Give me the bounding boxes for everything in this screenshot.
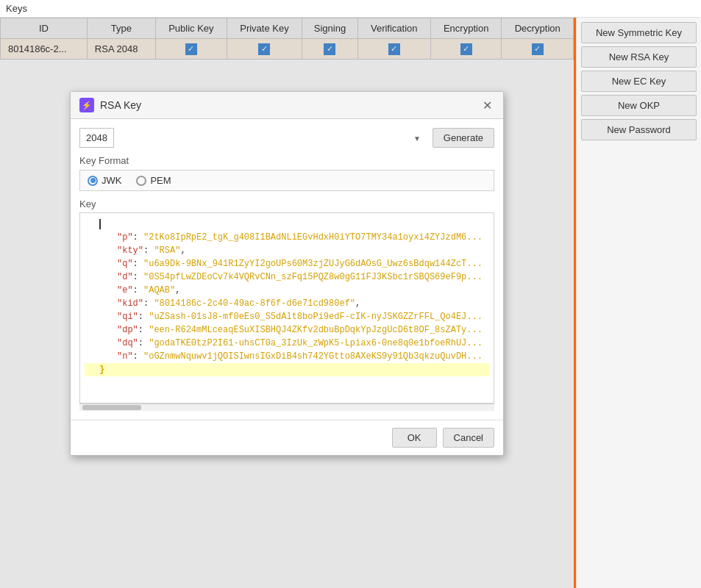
- app-title: Keys: [6, 3, 27, 14]
- new-symmetric-key-button[interactable]: New Symmetric Key: [581, 22, 697, 43]
- key-format-section: Key Format JWK PEM: [79, 155, 494, 191]
- json-line-n: "n": "oGZnmwNquwv1jQOISIwnsIGxDiB4sh742Y…: [85, 350, 489, 363]
- dropdown-row: 2048 3072 4096 ▼ Generate: [79, 128, 494, 148]
- horizontal-scrollbar[interactable]: [79, 404, 494, 411]
- radio-pem-circle: [136, 176, 146, 186]
- line-num-q: [85, 257, 99, 270]
- key-section: Key "p": "2tKo8IpRpE2_tgK_g4: [79, 198, 494, 411]
- line-num-close: [85, 363, 99, 376]
- json-line-kty: "kty": "RSA",: [85, 244, 489, 257]
- key-section-label: Key: [79, 198, 494, 209]
- key-size-dropdown-wrapper: 2048 3072 4096 ▼: [79, 128, 427, 148]
- modal-close-button[interactable]: ✕: [480, 98, 494, 112]
- line-num-kid: [85, 297, 99, 310]
- main-window: Keys ID Type Public Key Private Key Sign…: [0, 0, 701, 588]
- radio-jwk-circle: [88, 176, 98, 186]
- modal-overlay: ⚡ RSA Key ✕ 2048 3072 4096: [0, 18, 574, 588]
- key-size-dropdown[interactable]: 2048 3072 4096: [79, 128, 114, 148]
- cancel-button[interactable]: Cancel: [443, 428, 494, 448]
- json-line-qi: "qi": "uZSash-01sJ8-mf0eEs0_S5dAlt8boPi9…: [85, 310, 489, 323]
- line-num-dp: [85, 323, 99, 337]
- key-format-radio-group: JWK PEM: [79, 170, 494, 191]
- modal-titlebar: ⚡ RSA Key ✕: [71, 92, 503, 119]
- line-num-dq: [85, 337, 99, 350]
- h-scroll-thumb[interactable]: [82, 405, 141, 410]
- modal-icon: ⚡: [79, 98, 94, 112]
- radio-pem-label: PEM: [150, 175, 171, 186]
- line-num: [85, 218, 99, 231]
- modal-footer: OK Cancel: [71, 420, 503, 455]
- json-line-p: "p": "2tKo8IpRpE2_tgK_g408I1BAdNLiEGvHdx…: [85, 231, 489, 244]
- dropdown-arrow-icon: ▼: [413, 134, 421, 142]
- ok-button[interactable]: OK: [392, 428, 437, 448]
- json-line-dp: "dp": "een-R624mMLceaqESuXISBHQJ4ZKfv2db…: [85, 323, 489, 337]
- modal-title-left: ⚡ RSA Key: [79, 98, 141, 112]
- line-num-qi: [85, 310, 99, 323]
- line-num-kty: [85, 244, 99, 257]
- radio-pem[interactable]: PEM: [136, 175, 171, 186]
- modal-body: 2048 3072 4096 ▼ Generate Key Format: [71, 119, 503, 420]
- modal-title-text: RSA Key: [100, 99, 141, 111]
- new-password-button[interactable]: New Password: [581, 119, 697, 140]
- radio-jwk-label: JWK: [102, 175, 121, 186]
- json-line-d: "d": "0S54pfLwZDEoCv7k4VQRvCNn_szFq15PQZ…: [85, 270, 489, 284]
- line-num-e: [85, 284, 99, 297]
- line-num-n: [85, 350, 99, 363]
- generate-button[interactable]: Generate: [433, 128, 494, 148]
- key-editor[interactable]: "p": "2tKo8IpRpE2_tgK_g408I1BAdNLiEGvHdx…: [79, 212, 494, 404]
- json-line-dq: "dq": "godaTKE0tzP2I61-uhsCT0a_3IzUk_zWp…: [85, 337, 489, 350]
- json-line-e: "e": "AQAB",: [85, 284, 489, 297]
- key-format-label: Key Format: [79, 155, 494, 166]
- new-rsa-key-button[interactable]: New RSA Key: [581, 46, 697, 68]
- json-line-brace: [85, 218, 489, 231]
- json-line-close: }: [85, 363, 489, 376]
- json-line-q: "q": "u6a9Dk-9BNx_941R1ZyYI2goUPs60M3zjZ…: [85, 257, 489, 270]
- json-line-kid: "kid": "8014186c-2c40-49ac-8f6f-d6e71cd9…: [85, 297, 489, 310]
- title-bar: Keys: [0, 0, 701, 18]
- new-ec-key-button[interactable]: New EC Key: [581, 71, 697, 92]
- cursor-indicator: [99, 218, 101, 231]
- radio-jwk[interactable]: JWK: [88, 175, 121, 186]
- line-num-d: [85, 270, 99, 284]
- json-brace-close: }: [99, 363, 104, 376]
- sidebar: New Symmetric Key New RSA Key New EC Key…: [576, 18, 701, 588]
- rsa-key-modal: ⚡ RSA Key ✕ 2048 3072 4096: [70, 91, 504, 456]
- line-num-p: [85, 231, 99, 244]
- new-okp-button[interactable]: New OKP: [581, 95, 697, 116]
